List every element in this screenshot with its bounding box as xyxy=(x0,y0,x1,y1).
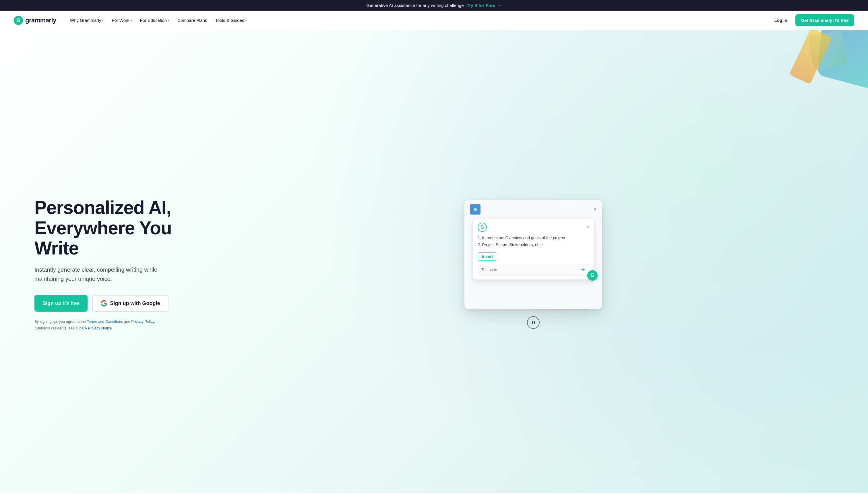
doc-window-header: ≡ × xyxy=(465,200,602,218)
content-line-2: 2. Project Scope: Stakeholders, obje xyxy=(478,242,589,248)
banner-cta[interactable]: Try It for Free → xyxy=(467,3,502,8)
tell-us-row[interactable] xyxy=(478,264,589,276)
chevron-down-icon: ▾ xyxy=(168,19,169,22)
tell-us-input[interactable] xyxy=(481,267,580,272)
nav-item-tools-guides[interactable]: Tools & Guides ▾ xyxy=(212,16,250,25)
top-banner: Generative AI assistance for any writing… xyxy=(0,0,868,11)
hero-subtitle: Instantly generate clear, compelling wri… xyxy=(35,265,172,284)
privacy-policy-link[interactable]: Privacy Policy xyxy=(131,319,154,324)
signup-free-button[interactable]: Sign up It's free xyxy=(35,295,87,311)
background-decoration xyxy=(725,30,868,116)
google-logo-icon xyxy=(101,300,107,306)
grammarly-g-logo: G xyxy=(478,223,487,232)
content-line-1: 1. Introduction: Overview and goals of t… xyxy=(478,235,589,242)
text-cursor xyxy=(543,243,544,247)
nav-actions: Log in Get Grammarly It's free xyxy=(771,14,854,26)
panel-close-button[interactable]: × xyxy=(587,225,589,230)
hero-right-mockup: ≡ × G × xyxy=(195,200,854,329)
hero-buttons: Sign up It's free Sign up with Google xyxy=(35,295,195,311)
svg-rect-2 xyxy=(532,321,533,324)
insert-button[interactable]: Insert xyxy=(478,252,497,261)
chevron-down-icon: ▾ xyxy=(102,19,104,22)
hero-title: Personalized AI, Everywhere You Write xyxy=(35,197,195,258)
grammarly-panel-header: G × xyxy=(473,218,594,235)
bg-shape-orange xyxy=(789,30,832,84)
bg-shape-blue xyxy=(818,30,868,90)
doc-window-body: G × 1. Introduction: Overview and goals … xyxy=(465,218,602,285)
doc-close-button[interactable]: × xyxy=(593,207,596,212)
grammarly-logo-icon: G xyxy=(14,16,23,25)
nav-links: Why Grammarly ▾ For Work ▾ For Education… xyxy=(66,16,771,25)
signup-google-button[interactable]: Sign up with Google xyxy=(92,295,169,311)
svg-text:G: G xyxy=(16,18,20,23)
panel-content-text: 1. Introduction: Overview and goals of t… xyxy=(473,235,594,252)
bg-shape-teal xyxy=(808,30,848,70)
pause-icon xyxy=(531,320,536,325)
logo[interactable]: G grammarly xyxy=(14,16,56,25)
nav-item-compare-plans[interactable]: Compare Plans xyxy=(174,16,211,25)
nav-item-for-work[interactable]: For Work ▾ xyxy=(108,16,135,25)
ca-privacy-link[interactable]: CA Privacy Notice xyxy=(82,326,112,330)
get-grammarly-button[interactable]: Get Grammarly It's free xyxy=(795,14,854,26)
hero-section: Personalized AI, Everywhere You Write In… xyxy=(0,30,868,493)
doc-file-icon: ≡ xyxy=(474,207,477,212)
grammarly-floating-icon[interactable]: G xyxy=(587,270,598,281)
svg-rect-3 xyxy=(534,321,535,324)
banner-text: Generative AI assistance for any writing… xyxy=(366,3,463,8)
hero-left-content: Personalized AI, Everywhere You Write In… xyxy=(35,197,195,331)
nav-item-for-education[interactable]: For Education ▾ xyxy=(137,16,173,25)
chevron-down-icon: ▾ xyxy=(245,19,246,22)
send-button[interactable] xyxy=(580,267,585,272)
send-icon xyxy=(580,267,585,272)
grammarly-panel: G × 1. Introduction: Overview and goals … xyxy=(473,218,594,280)
legal-text: By signing up, you agree to the Terms an… xyxy=(35,319,166,331)
pause-button[interactable] xyxy=(527,316,540,329)
doc-icon: ≡ xyxy=(470,204,480,214)
logo-text: grammarly xyxy=(25,17,56,24)
navbar: G grammarly Why Grammarly ▾ For Work ▾ F… xyxy=(0,11,868,30)
nav-item-why-grammarly[interactable]: Why Grammarly ▾ xyxy=(66,16,107,25)
chevron-down-icon: ▾ xyxy=(131,19,132,22)
terms-conditions-link[interactable]: Terms and Conditions xyxy=(87,319,123,324)
insert-button-wrapper: Insert xyxy=(473,252,594,264)
doc-window: ≡ × G × xyxy=(465,200,602,309)
login-button[interactable]: Log in xyxy=(771,16,791,25)
